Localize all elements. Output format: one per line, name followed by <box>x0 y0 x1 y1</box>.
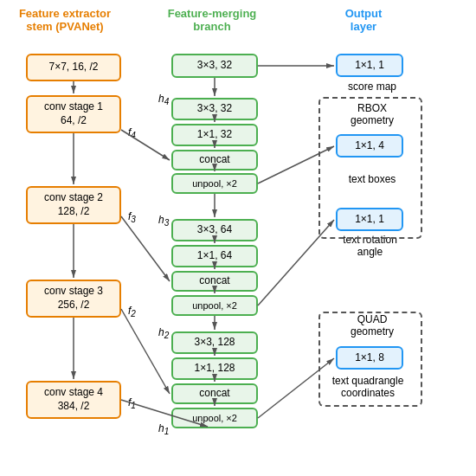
merge-h2-3: concat <box>171 383 258 404</box>
f4-label: f4 <box>128 126 136 140</box>
merge-h2-2: 1×1, 128 <box>171 357 258 380</box>
header-col3: Outputlayer <box>320 7 407 33</box>
quad-dashed-box <box>318 312 422 407</box>
h3-label: h3 <box>158 214 169 228</box>
f2-label: f2 <box>128 305 136 318</box>
conv-stage-4-box: conv stage 4384, /2 <box>26 381 121 419</box>
score-map-label: score map <box>325 80 420 93</box>
svg-line-7 <box>121 309 170 394</box>
f3-label: f3 <box>128 210 136 224</box>
merge-h3-2: 1×1, 64 <box>171 245 258 267</box>
merge-h4-4: unpool, ×2 <box>171 173 258 194</box>
merge-h3-3: concat <box>171 271 258 292</box>
merge-h4-3: concat <box>171 150 258 170</box>
h4-label: h4 <box>158 93 169 106</box>
h2-label: h2 <box>158 326 169 340</box>
header-col2: Feature-mergingbranch <box>160 7 264 33</box>
diagram: Feature extractorstem (PVANet) Feature-m… <box>0 0 476 476</box>
conv-stage-2-box: conv stage 2128, /2 <box>26 186 121 224</box>
merge-top-box: 3×3, 32 <box>171 54 258 78</box>
merge-h2-4: unpool, ×2 <box>171 408 258 428</box>
conv-stage-3-box: conv stage 3256, /2 <box>26 280 121 318</box>
header-col1: Feature extractorstem (PVANet) <box>9 7 121 33</box>
f1-label: f1 <box>128 396 136 410</box>
merge-h3-4: unpool, ×2 <box>171 295 258 316</box>
rbox-dashed-box <box>318 97 422 239</box>
merge-h4-2: 1×1, 32 <box>171 124 258 146</box>
merge-h3-1: 3×3, 64 <box>171 219 258 241</box>
conv-stage-1-box: conv stage 164, /2 <box>26 95 121 133</box>
stem-top-box: 7×7, 16, /2 <box>26 54 121 81</box>
output-score-box: 1×1, 1 <box>336 54 403 77</box>
h1-label: h1 <box>158 422 169 436</box>
merge-h2-1: 3×3, 128 <box>171 331 258 354</box>
merge-h4-1: 3×3, 32 <box>171 98 258 120</box>
